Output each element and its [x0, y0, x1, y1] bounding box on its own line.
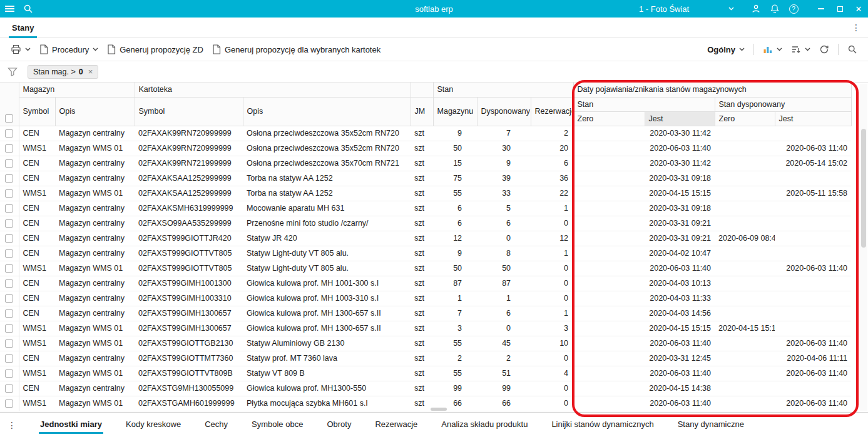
- table-row[interactable]: CEN Magazyn centralny 02FAXST999GIOTTJR4…: [0, 231, 851, 246]
- table-row[interactable]: CEN Magazyn centralny 02FAXSO99AA5352999…: [0, 216, 851, 231]
- col-kartoteka-symbol[interactable]: Symbol: [135, 97, 243, 126]
- bottom-tab-jednostki-miary[interactable]: Jednostki miary: [39, 414, 103, 436]
- row-checkbox[interactable]: [5, 204, 13, 213]
- table-row[interactable]: WMS1 Magazyn WMS 01 02FAXAKSAA1252999999…: [0, 186, 851, 201]
- generate-zd-button[interactable]: Generuj propozycję ZD: [103, 42, 208, 57]
- vertical-scrollbar-thumb[interactable]: [861, 129, 866, 248]
- row-checkbox[interactable]: [5, 354, 13, 363]
- menu-button[interactable]: [0, 0, 19, 18]
- bottom-tab-symbole-obce[interactable]: Symbole obce: [250, 414, 304, 436]
- col-magazyn-symbol[interactable]: Symbol: [19, 97, 55, 126]
- row-checkbox[interactable]: [5, 159, 13, 168]
- vertical-scrollbar[interactable]: [860, 84, 867, 411]
- horizontal-scrollbar-thumb[interactable]: [431, 408, 447, 411]
- view-selector-button[interactable]: Ogólny: [703, 43, 749, 57]
- chevron-down-icon: [777, 48, 782, 51]
- chart-button[interactable]: [758, 42, 787, 57]
- table-row[interactable]: CEN Magazyn centralny 02FAXAKSMH63199999…: [0, 201, 851, 216]
- bottom-tab-rezerwacje[interactable]: Rezerwacje: [374, 414, 419, 436]
- help-button[interactable]: ?: [784, 0, 803, 18]
- row-checkbox[interactable]: [5, 369, 13, 378]
- table-row[interactable]: WMS1 Magazyn WMS 01 02FAXSTGAMH601999999…: [0, 396, 851, 411]
- row-checkbox[interactable]: [5, 129, 13, 138]
- context-selector[interactable]: 1 - Foto Świat: [639, 4, 734, 14]
- table-row[interactable]: WMS1 Magazyn WMS 01 02FAXST99GIOTTVT809B…: [0, 366, 851, 381]
- bottom-tab-stany-dynamiczne[interactable]: Stany dynamiczne: [677, 414, 745, 436]
- row-checkbox[interactable]: [5, 324, 13, 333]
- table-row[interactable]: WMS1 Magazyn WMS 01 02FAXST99GIOTTGB2130…: [0, 336, 851, 351]
- row-checkbox[interactable]: [5, 384, 13, 393]
- row-checkbox[interactable]: [5, 219, 13, 228]
- col-stan-dysponowany[interactable]: Dysponowany: [477, 97, 531, 126]
- select-all-checkbox[interactable]: [5, 114, 13, 123]
- table-row[interactable]: WMS1 Magazyn WMS 01 02FAXST99GIMH1300657…: [0, 321, 851, 336]
- global-search-button[interactable]: [19, 0, 38, 18]
- minimize-button[interactable]: [812, 0, 830, 18]
- row-checkbox[interactable]: [5, 264, 13, 273]
- row-checkbox[interactable]: [5, 144, 13, 153]
- bottom-tab-linijki-stanow-dynamicznych[interactable]: Linijki stanów dynamicznych: [550, 414, 655, 436]
- col-dysp-jest[interactable]: Jest: [775, 111, 851, 126]
- cell-stan-dysponowany: 7: [477, 126, 531, 141]
- bottom-tab-cechy[interactable]: Cechy: [203, 414, 229, 436]
- cell-kartoteka-opis: Osłona przeciwdeszczowa 35x70cm RN721: [243, 156, 411, 171]
- filter-funnel-icon[interactable]: [8, 67, 18, 76]
- remove-filter-icon[interactable]: ×: [88, 67, 93, 76]
- procedury-button[interactable]: Procedury: [35, 42, 103, 57]
- generate-selected-button[interactable]: Generuj propozycję dla wybranych kartote…: [208, 42, 385, 57]
- col-stan-zero[interactable]: Zero: [573, 111, 645, 126]
- maximize-button[interactable]: [830, 0, 849, 18]
- row-checkbox[interactable]: [5, 249, 13, 258]
- table-row[interactable]: WMS1 Magazyn WMS 01 02FAXST999GIOTTVT805…: [0, 261, 851, 276]
- table-row[interactable]: CEN Magazyn centralny 02FAXST99GIOTTMT73…: [0, 351, 851, 366]
- sort-settings-button[interactable]: [787, 42, 815, 57]
- group-daty-stan-dysponowany[interactable]: Stan dysponowany: [715, 97, 851, 111]
- table-row[interactable]: CEN Magazyn centralny 02FAXST999GIOTTVT8…: [0, 246, 851, 261]
- table-row[interactable]: CEN Magazyn centralny 02FAXAK99RN7219999…: [0, 156, 851, 171]
- chevron-down-icon: [739, 48, 745, 51]
- cell-magazyn-opis: Magazyn centralny: [55, 306, 135, 321]
- col-stan-jest[interactable]: Jest: [645, 111, 715, 126]
- table-row[interactable]: CEN Magazyn centralny 02FAXST99GIMH10013…: [0, 276, 851, 291]
- group-kartoteka[interactable]: Kartoteka: [135, 83, 411, 97]
- tab-stany[interactable]: Stany: [9, 18, 37, 38]
- row-checkbox[interactable]: [5, 234, 13, 243]
- table-row[interactable]: WMS1 Magazyn WMS 01 02FAXAK99RN720999999…: [0, 141, 851, 156]
- table-row[interactable]: CEN Magazyn centralny 02FAXST99GIMH10033…: [0, 291, 851, 306]
- col-stan-magazynu[interactable]: Magazynu: [433, 97, 477, 126]
- col-jm[interactable]: JM: [411, 97, 433, 126]
- close-button[interactable]: ✕: [849, 0, 868, 18]
- table-row[interactable]: CEN Magazyn centralny 02FAXAK99RN7209999…: [0, 126, 851, 141]
- col-stan-rezerwacje[interactable]: Rezerwacje: [531, 97, 573, 126]
- group-daty[interactable]: Daty pojawiania/znikania stanów magazyno…: [573, 83, 851, 97]
- row-checkbox[interactable]: [5, 174, 13, 183]
- refresh-button[interactable]: [815, 42, 834, 57]
- table-row[interactable]: CEN Magazyn centralny 02FAXAKSAA12529999…: [0, 171, 851, 186]
- bottom-kebab-icon[interactable]: ⋮: [6, 420, 18, 430]
- cell-jm: szt: [411, 291, 433, 306]
- row-checkbox[interactable]: [5, 279, 13, 288]
- row-checkbox[interactable]: [5, 339, 13, 348]
- row-checkbox[interactable]: [5, 309, 13, 318]
- filter-chip[interactable]: Stan mag. > 0 ×: [28, 65, 98, 79]
- col-kartoteka-opis[interactable]: Opis: [243, 97, 411, 126]
- bottom-tab-kody-kreskowe[interactable]: Kody kreskowe: [125, 414, 182, 436]
- col-magazyn-opis[interactable]: Opis: [55, 97, 135, 126]
- user-button[interactable]: [747, 0, 765, 18]
- bottom-tab-analiza-skladu-produktu[interactable]: Analiza składu produktu: [440, 414, 529, 436]
- table-row[interactable]: CEN Magazyn centralny 02FAXSTG9MH1300550…: [0, 381, 851, 396]
- row-checkbox[interactable]: [5, 189, 13, 198]
- row-checkbox[interactable]: [5, 294, 13, 303]
- cell-kartoteka-opis: Głowica kulowa prof. MH 1001-300 s.I: [243, 276, 411, 291]
- print-button[interactable]: [6, 42, 35, 57]
- group-stan[interactable]: Stan: [433, 83, 573, 97]
- col-dysp-zero[interactable]: Zero: [715, 111, 775, 126]
- table-search-button[interactable]: [843, 42, 862, 57]
- bottom-tab-obroty[interactable]: Obroty: [325, 414, 352, 436]
- table-row[interactable]: CEN Magazyn centralny 02FAXST99GIMH13006…: [0, 306, 851, 321]
- group-magazyn[interactable]: Magazyn: [19, 83, 135, 97]
- group-daty-stan[interactable]: Stan: [573, 97, 715, 111]
- notifications-button[interactable]: [765, 0, 784, 18]
- row-checkbox[interactable]: [5, 399, 13, 408]
- tab-kebab-icon[interactable]: ⋮: [852, 23, 860, 33]
